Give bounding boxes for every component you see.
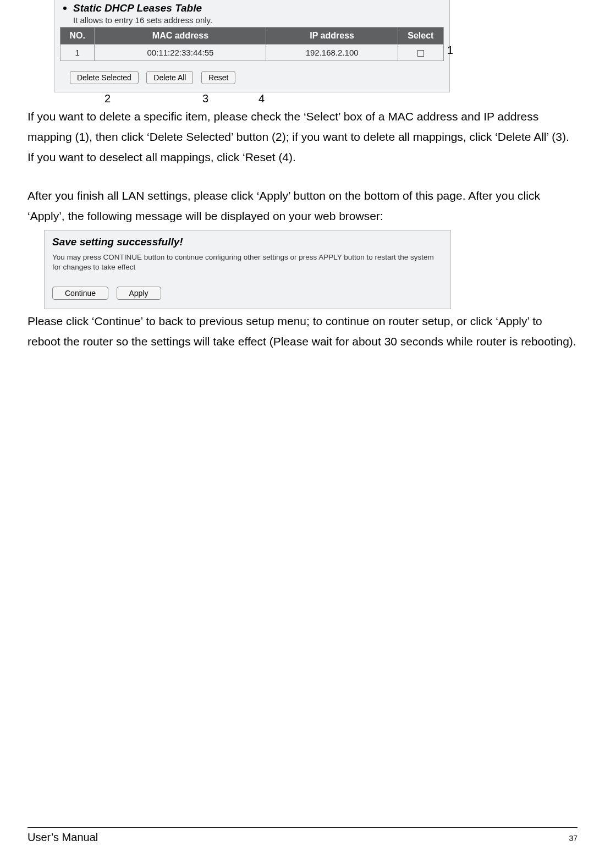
dhcp-table: NO. MAC address IP address Select 1 00:1…: [60, 27, 444, 61]
paragraph-2: After you finish all LAN settings, pleas…: [28, 186, 578, 227]
save-title: Save setting successfully!: [52, 236, 443, 248]
button-row: Delete Selected Delete All Reset: [60, 71, 444, 84]
footer-title: User’s Manual: [28, 831, 98, 844]
th-ip: IP address: [266, 28, 398, 45]
delete-selected-button[interactable]: Delete Selected: [70, 71, 139, 84]
annotation-4: 4: [258, 92, 265, 105]
cell-select: [398, 45, 443, 61]
select-checkbox[interactable]: [417, 50, 424, 57]
page-number: 37: [569, 834, 578, 843]
paragraph-1: If you want to delete a specific item, p…: [28, 107, 578, 167]
save-setting-panel: Save setting successfully! You may press…: [44, 230, 451, 309]
footer-rule: [28, 827, 578, 828]
th-no: NO.: [61, 28, 95, 45]
continue-button[interactable]: Continue: [52, 287, 108, 300]
annotation-2: 2: [105, 92, 111, 105]
static-dhcp-panel: Static DHCP Leases Table It allows to en…: [54, 0, 450, 92]
page-footer: User’s Manual 37: [0, 827, 605, 844]
delete-all-button[interactable]: Delete All: [146, 71, 193, 84]
annotation-1: 1: [447, 44, 453, 57]
apply-button[interactable]: Apply: [117, 287, 161, 300]
panel-hint: It allows to entry 16 sets address only.: [60, 14, 444, 27]
th-select: Select: [398, 28, 443, 45]
panel-title: Static DHCP Leases Table: [73, 2, 202, 14]
cell-no: 1: [61, 45, 95, 61]
paragraph-3: Please click ‘Continue’ to back to previ…: [28, 311, 578, 352]
panel-title-row: Static DHCP Leases Table: [60, 0, 444, 14]
save-message: You may press CONTINUE button to continu…: [52, 252, 443, 272]
reset-button[interactable]: Reset: [201, 71, 236, 84]
annotation-row: 2 3 4: [54, 92, 450, 105]
cell-mac: 00:11:22:33:44:55: [95, 45, 266, 61]
th-mac: MAC address: [95, 28, 266, 45]
bullet-icon: [63, 7, 67, 10]
cell-ip: 192.168.2.100: [266, 45, 398, 61]
annotation-3: 3: [202, 92, 208, 105]
table-row: 1 00:11:22:33:44:55 192.168.2.100: [61, 45, 444, 61]
